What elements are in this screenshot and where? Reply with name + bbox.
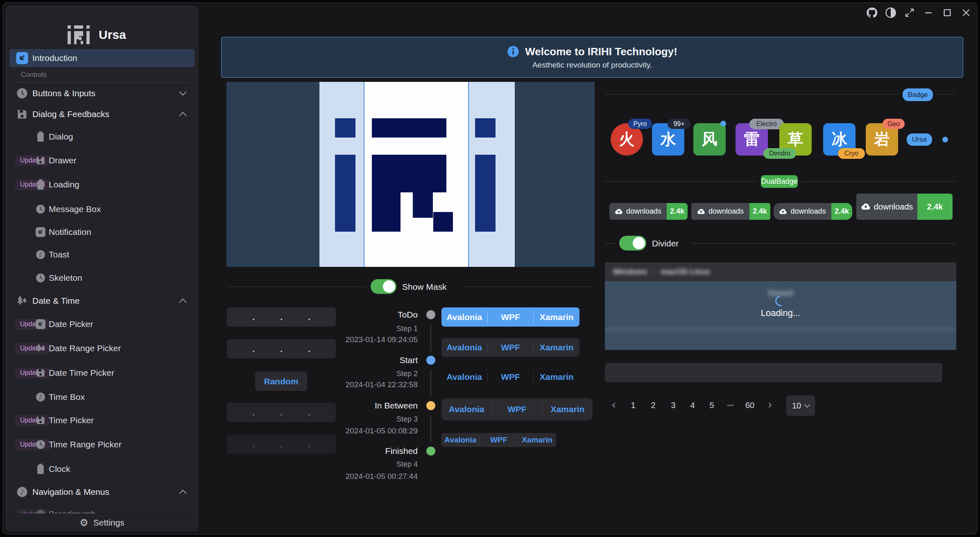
sidebar-item-navigation-menus[interactable]: ♪ Navigation & Menus — [9, 483, 195, 501]
pagination-page-3[interactable]: 3 — [666, 398, 681, 413]
wpf-button[interactable]: WPF — [492, 404, 542, 414]
battery-icon — [35, 131, 46, 142]
sidebar-divider — [13, 82, 191, 83]
avalonia-button[interactable]: Avalonia — [441, 435, 480, 444]
cloud-download-icon — [779, 208, 787, 216]
button-group-ghost: Avalonia WPF Xamarin — [441, 369, 579, 385]
sidebar-item-time-range-picker[interactable]: Time Range Picker Updated — [9, 435, 195, 454]
sidebar-item-clock[interactable]: Clock — [9, 460, 195, 478]
chevron-left-icon — [611, 402, 617, 408]
avalonia-button[interactable]: Avalonia — [441, 372, 487, 382]
divider-line — [936, 94, 955, 95]
note-icon: ♪ — [35, 249, 46, 260]
sidebar-item-date-picker[interactable]: Date Picker Updated — [9, 315, 195, 333]
sidebar-item-dialog-feedbacks[interactable]: Dialog & Feedbacks — [9, 105, 195, 123]
pagination-page-2[interactable]: 2 — [646, 398, 661, 413]
page-size-select[interactable]: 10 — [786, 395, 815, 416]
cloud-download-icon — [615, 208, 623, 216]
step-sub: Step 2 — [396, 370, 418, 378]
xamarin-button[interactable]: Xamarin — [518, 435, 556, 444]
logo-step-square — [413, 192, 433, 218]
divider-toggle[interactable] — [619, 236, 646, 250]
sidebar-item-skeleton[interactable]: Skeleton — [9, 269, 195, 287]
fullscreen-button[interactable] — [903, 6, 917, 20]
downloads-badge: downloads 2.4k — [856, 194, 953, 220]
step-name: Finished — [385, 446, 418, 456]
downloads-badge: downloads 2.4k — [691, 203, 770, 220]
sidebar-item-buttons-inputs[interactable]: Buttons & Inputs — [9, 84, 195, 102]
sidebar-item-time-box[interactable]: ♪ Time Box — [9, 388, 195, 406]
maximize-button[interactable] — [940, 6, 954, 20]
minimize-button[interactable] — [921, 6, 935, 20]
chevron-down-icon — [804, 402, 810, 408]
sidebar-item-date-range-picker[interactable]: Date Range Picker Updated — [9, 339, 195, 357]
cryo-badge: Cryo — [838, 148, 865, 159]
theme-toggle-button[interactable] — [884, 6, 898, 20]
sidebar: Ursa Introduction Controls Buttons & Inp… — [6, 6, 198, 531]
logo-block-column — [372, 155, 401, 232]
close-button[interactable] — [959, 6, 973, 20]
xamarin-button[interactable]: Xamarin — [534, 312, 579, 322]
step-sub: Step 3 — [396, 415, 418, 424]
svg-text:♪: ♪ — [39, 251, 43, 258]
tab-macos-linux[interactable]: macOS Linux — [661, 267, 710, 276]
sidebar-item-introduction[interactable]: Introduction — [9, 49, 195, 67]
sidebar-item-loading[interactable]: Loading Updated — [9, 176, 195, 194]
sidebar-item-date-time[interactable]: Date & Time — [9, 292, 195, 310]
wpf-button[interactable]: WPF — [488, 343, 534, 352]
sidebar-item-label: Introduction — [32, 53, 77, 63]
step-dot-finished — [426, 447, 435, 456]
github-button[interactable] — [865, 6, 879, 20]
sidebar-item-message-box[interactable]: Message Box — [9, 200, 195, 218]
wpf-button[interactable]: WPF — [488, 312, 534, 322]
ip-input[interactable]: ... — [227, 307, 336, 327]
battery-icon — [35, 179, 46, 190]
step-time: 2023-01-14 09:24:05 — [346, 335, 418, 344]
badge-section-pill: Badge — [903, 88, 933, 101]
irihi-logo-panel — [226, 82, 595, 267]
avalonia-button[interactable]: Avalonia — [441, 343, 487, 352]
battery-icon — [35, 463, 46, 475]
pagination-page-60[interactable]: 60 — [742, 398, 757, 413]
mask-guide-line — [364, 82, 364, 267]
divider-line — [691, 243, 956, 244]
pagination-page-4[interactable]: 4 — [685, 398, 700, 413]
show-mask-toggle[interactable] — [371, 279, 396, 294]
sidebar-item-drawer[interactable]: Drawer Updated — [9, 151, 195, 169]
pagination-next-button[interactable] — [763, 398, 777, 413]
pagination-page-5[interactable]: 5 — [704, 398, 719, 413]
chevron-down-icon — [179, 88, 186, 95]
wpf-button[interactable]: WPF — [480, 435, 518, 444]
step-connector — [430, 415, 431, 442]
minimize-icon — [923, 8, 933, 18]
wpf-button[interactable]: WPF — [488, 372, 534, 382]
geo-badge: Geo — [883, 119, 905, 129]
logo-left-dot — [335, 118, 355, 138]
ip-input[interactable]: ... — [227, 403, 336, 422]
avalonia-button[interactable]: Avalonia — [441, 404, 491, 414]
avalonia-button[interactable]: Avalonia — [441, 312, 487, 322]
step-sub: Step 4 — [396, 460, 418, 469]
sidebar-item-notification[interactable]: Notification — [9, 223, 195, 241]
sidebar-item-time-picker[interactable]: Time Picker Updated — [9, 411, 195, 429]
logo-right-bar — [475, 155, 496, 232]
pagination-page-1[interactable]: 1 — [626, 398, 641, 413]
xamarin-button[interactable]: Xamarin — [534, 372, 579, 382]
step-sub: Step 1 — [396, 325, 418, 333]
count-badge: 99+ — [668, 119, 690, 129]
random-button[interactable]: Random — [255, 372, 307, 391]
ip-input[interactable]: ... — [227, 435, 336, 454]
ip-input[interactable]: ... — [227, 339, 336, 359]
empty-input-bar[interactable] — [605, 363, 942, 382]
arrow-square-icon — [35, 318, 46, 330]
sidebar-item-dialog[interactable]: Dialog — [9, 128, 195, 146]
button-group-large: Avalonia WPF Xamarin — [441, 398, 593, 420]
pagination-prev-button[interactable] — [607, 398, 621, 413]
clock-icon — [35, 272, 46, 284]
sidebar-item-toast[interactable]: ♪ Toast — [9, 246, 195, 264]
xamarin-button[interactable]: Xamarin — [534, 343, 579, 352]
xamarin-button[interactable]: Xamarin — [543, 404, 593, 414]
tab-windows[interactable]: Windows — [613, 267, 647, 276]
sidebar-item-date-time-picker[interactable]: Date Time Picker Updated — [9, 364, 195, 382]
settings-button[interactable]: ⚙ Settings — [6, 514, 198, 531]
